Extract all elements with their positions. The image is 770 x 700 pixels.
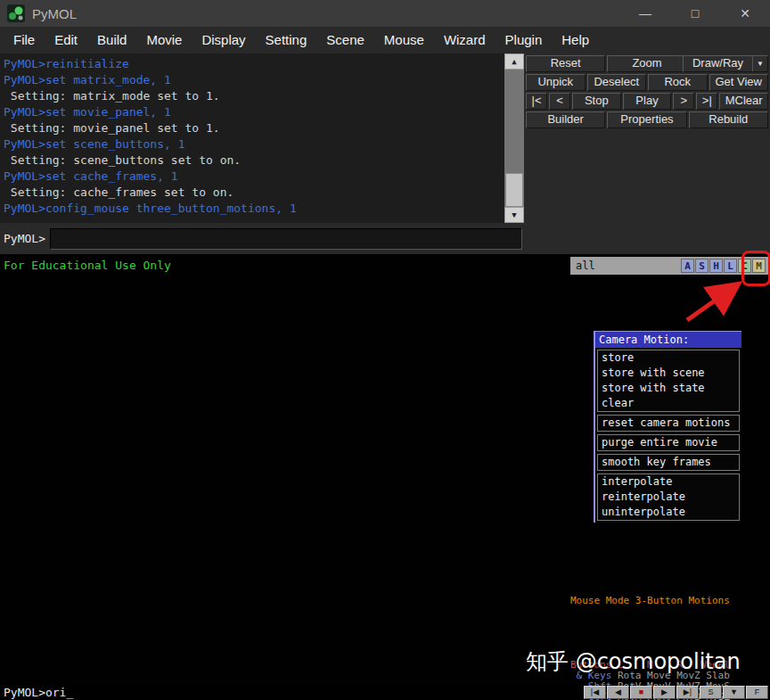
- vcr-button[interactable]: ■: [630, 686, 652, 699]
- camera-menu-group: smooth key frames: [597, 454, 740, 471]
- movie-control-button[interactable]: MClear: [719, 93, 768, 110]
- camera-menu-group: interpolatereinterpolateuninterpolate: [597, 474, 740, 521]
- movie-control-row: |<<StopPlay>>|MClear: [526, 93, 768, 110]
- camera-menu-body: storestore with scenestore with statecle…: [595, 348, 741, 523]
- control-button[interactable]: Builder: [526, 111, 605, 128]
- titlebar: PyMOL — □ ✕: [0, 0, 770, 27]
- control-panel: ResetZoomOrient Draw/Ray ▼ UnpickDeselec…: [524, 54, 770, 254]
- window-controls: — □ ✕: [620, 0, 770, 27]
- camera-menu-item[interactable]: smooth key frames: [598, 455, 739, 470]
- menubar-item[interactable]: Display: [192, 27, 255, 54]
- camera-menu-group: purge entire movie: [597, 434, 740, 451]
- camera-menu-item[interactable]: store with state: [598, 381, 739, 396]
- console-line: Setting: movie_panel set to 1.: [4, 120, 504, 136]
- menubar-item[interactable]: Scene: [316, 27, 374, 54]
- vcr-button[interactable]: ▼: [723, 686, 745, 699]
- chevron-down-icon[interactable]: ▼: [752, 56, 767, 71]
- console-line: PyMOL>set cache_frames, 1: [4, 169, 504, 185]
- object-name-all[interactable]: all: [570, 259, 680, 272]
- vcr-button[interactable]: ▶|: [676, 686, 699, 699]
- menubar-item[interactable]: Edit: [45, 27, 87, 54]
- movie-control-button[interactable]: Play: [623, 93, 672, 110]
- annotation-arrow: [673, 272, 758, 330]
- bottom-bar: PyMOL>ori_ |◀◀■▶▶|S▼F: [0, 685, 770, 700]
- movie-control-button[interactable]: >|: [696, 93, 717, 110]
- bottom-prompt[interactable]: PyMOL>ori_: [0, 686, 584, 699]
- movie-control-button[interactable]: >: [673, 93, 694, 110]
- control-button[interactable]: Properties: [607, 111, 686, 128]
- control-button[interactable]: Get View: [709, 74, 769, 91]
- scroll-down-icon[interactable]: ▼: [504, 207, 524, 223]
- menubar-item[interactable]: Help: [552, 27, 599, 54]
- menubar-item[interactable]: Mouse: [374, 27, 434, 54]
- control-button[interactable]: Rebuild: [689, 111, 768, 128]
- vcr-button[interactable]: F: [746, 686, 768, 699]
- menubar-item[interactable]: File: [4, 27, 45, 54]
- camera-menu-item[interactable]: clear: [598, 396, 739, 411]
- mouse-mode-title: Mouse Mode 3-Button Motions: [570, 596, 770, 606]
- maximize-icon[interactable]: □: [670, 0, 720, 27]
- camera-menu-item[interactable]: uninterpolate: [598, 505, 739, 520]
- prompt-label: PyMOL>: [4, 232, 45, 245]
- console-line: PyMOL>config_mouse three_button_motions,…: [4, 201, 504, 217]
- camera-menu-title: Camera Motion:: [595, 331, 741, 348]
- menubar-item[interactable]: Build: [87, 27, 136, 54]
- vcr-button[interactable]: ◀: [607, 686, 629, 699]
- minimize-icon[interactable]: —: [620, 0, 670, 27]
- command-input[interactable]: [50, 228, 522, 250]
- control-row-2: UnpickDeselectRockGet View: [526, 74, 768, 91]
- vcr-button[interactable]: |◀: [584, 686, 606, 699]
- draw-ray-button[interactable]: Draw/Ray ▼: [683, 55, 768, 72]
- console-line: PyMOL>reinitialize: [4, 56, 504, 72]
- movie-control-button[interactable]: Stop: [572, 93, 621, 110]
- object-panel-button[interactable]: S: [695, 259, 709, 273]
- menubar-item[interactable]: Movie: [136, 27, 192, 54]
- console-scrollbar[interactable]: ▲ ▼: [504, 54, 524, 223]
- control-button[interactable]: Unpick: [526, 74, 586, 91]
- object-panel-button[interactable]: L: [724, 259, 737, 273]
- edu-notice: For Educational Use Only: [4, 259, 171, 272]
- console-line: Setting: scene_buttons set to on.: [4, 152, 504, 169]
- movie-playback-controls: |◀◀■▶▶|S▼F: [584, 686, 770, 699]
- camera-motion-menu: Camera Motion: storestore with scenestor…: [594, 331, 741, 523]
- command-input-row: PyMOL>: [0, 223, 524, 254]
- camera-menu-item[interactable]: store: [598, 350, 739, 366]
- camera-menu-item[interactable]: store with scene: [598, 366, 739, 381]
- control-button[interactable]: Rock: [648, 74, 708, 91]
- camera-menu-item[interactable]: purge entire movie: [598, 435, 739, 450]
- control-row-4: BuilderPropertiesRebuild: [526, 111, 768, 128]
- control-button[interactable]: Reset: [526, 55, 605, 72]
- menubar: FileEditBuildMovieDisplaySettingSceneMou…: [0, 27, 770, 54]
- console-line: PyMOL>set movie_panel, 1: [4, 104, 504, 120]
- menubar-item[interactable]: Wizard: [434, 27, 496, 54]
- camera-menu-group: reset camera motions: [597, 415, 740, 432]
- menubar-item[interactable]: Plugin: [496, 27, 553, 54]
- camera-menu-group: storestore with scenestore with statecle…: [597, 350, 740, 412]
- camera-menu-item[interactable]: interpolate: [598, 474, 739, 490]
- draw-ray-label[interactable]: Draw/Ray: [684, 56, 752, 71]
- window-title: PyMOL: [32, 6, 77, 21]
- camera-menu-item[interactable]: reset camera motions: [598, 416, 739, 431]
- close-icon[interactable]: ✕: [720, 0, 770, 27]
- object-panel-button[interactable]: H: [709, 259, 723, 273]
- watermark: 知乎 @cosmopolitan: [526, 647, 741, 676]
- control-button[interactable]: Deselect: [587, 74, 647, 91]
- object-panel-button[interactable]: A: [681, 259, 694, 273]
- menubar-item[interactable]: Setting: [256, 27, 317, 54]
- movie-control-button[interactable]: <: [549, 93, 570, 110]
- console-output: PyMOL>reinitializePyMOL>set matrix_mode,…: [0, 54, 504, 223]
- vcr-button[interactable]: ▶: [653, 686, 676, 699]
- scrollbar-thumb[interactable]: [505, 173, 523, 207]
- scroll-up-icon[interactable]: ▲: [504, 54, 524, 70]
- control-button[interactable]: Zoom: [607, 55, 686, 72]
- pymol-logo-icon: [7, 4, 25, 22]
- console-line: PyMOL>set matrix_mode, 1: [4, 72, 504, 88]
- camera-menu-item[interactable]: reinterpolate: [598, 490, 739, 505]
- mouse-mode-panel: Mouse Mode 3-Button Motions Buttons L M …: [570, 574, 770, 700]
- console-line: Setting: matrix_mode set to 1.: [4, 88, 504, 104]
- movie-control-button[interactable]: |<: [526, 93, 547, 110]
- console-line: Setting: cache_frames set to on.: [4, 185, 504, 201]
- console-line: PyMOL>set scene_buttons, 1: [4, 136, 504, 152]
- vcr-button[interactable]: S: [700, 686, 722, 699]
